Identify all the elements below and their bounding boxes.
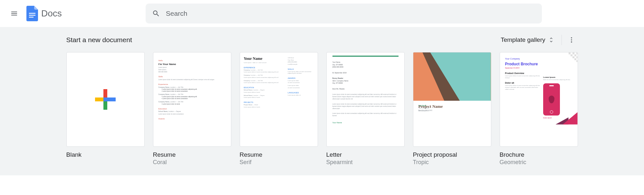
divider bbox=[562, 35, 562, 45]
more-options-button[interactable] bbox=[565, 33, 578, 46]
template-title: Brochure bbox=[500, 151, 578, 158]
template-gallery-label: Template gallery bbox=[501, 36, 545, 43]
svg-rect-8 bbox=[95, 98, 103, 101]
search-input[interactable] bbox=[166, 10, 535, 17]
templates-header: Start a new document Template gallery bbox=[66, 33, 578, 46]
template-subtitle: Tropic bbox=[413, 159, 491, 166]
template-thumb: Hello I'm Your Name Lorem ipsum lorem ip… bbox=[153, 52, 231, 147]
template-title: Letter bbox=[326, 151, 405, 158]
svg-point-5 bbox=[571, 42, 572, 43]
hamburger-icon bbox=[10, 10, 18, 17]
template-thumb: Your NameCity, ST 00000(000) 000-0000 01… bbox=[326, 52, 405, 147]
template-card-letter-spearmint[interactable]: Your NameCity, ST 00000(000) 000-0000 01… bbox=[326, 52, 405, 166]
svg-rect-9 bbox=[107, 98, 116, 101]
more-vert-icon bbox=[568, 36, 575, 43]
svg-point-4 bbox=[571, 39, 572, 41]
template-thumb: Your Name Lorem ipsum · dolor sit · amet… bbox=[240, 52, 318, 147]
gallery-controls: Template gallery bbox=[497, 33, 578, 46]
template-gallery-button[interactable]: Template gallery bbox=[497, 34, 558, 46]
template-cards-row: Blank Hello I'm Your Name Lorem ipsum lo… bbox=[66, 52, 578, 166]
svg-rect-10 bbox=[103, 98, 107, 101]
app-logo-wrap[interactable]: Docs bbox=[24, 6, 62, 21]
template-title: Blank bbox=[66, 151, 145, 158]
search-icon bbox=[152, 9, 160, 18]
svg-rect-6 bbox=[103, 89, 107, 98]
template-card-brochure-geometric[interactable]: Your Company Product Brochure September … bbox=[500, 52, 578, 166]
template-subtitle: Serif bbox=[240, 159, 318, 166]
template-subtitle: Geometric bbox=[500, 159, 578, 166]
template-card-resume-serif[interactable]: Your Name Lorem ipsum · dolor sit · amet… bbox=[240, 52, 318, 166]
svg-rect-1 bbox=[29, 15, 35, 16]
app-name: Docs bbox=[41, 8, 62, 19]
docs-logo-icon bbox=[24, 6, 40, 21]
template-card-blank[interactable]: Blank bbox=[66, 52, 145, 166]
template-card-resume-coral[interactable]: Hello I'm Your Name Lorem ipsum lorem ip… bbox=[153, 52, 231, 166]
search-bar[interactable] bbox=[146, 4, 542, 23]
unfold-icon bbox=[548, 37, 554, 43]
template-subtitle: Spearmint bbox=[326, 159, 405, 166]
svg-rect-0 bbox=[29, 13, 35, 14]
svg-rect-7 bbox=[103, 101, 107, 110]
template-title: Resume bbox=[153, 151, 231, 158]
section-title: Start a new document bbox=[66, 36, 132, 44]
main-menu-button[interactable] bbox=[6, 6, 22, 21]
template-card-project-proposal-tropic[interactable]: Project Name 00.00.20XX Your Name Your C… bbox=[413, 52, 491, 166]
template-thumb: Your Company Product Brochure September … bbox=[500, 52, 578, 147]
svg-point-3 bbox=[571, 37, 572, 39]
svg-rect-2 bbox=[29, 17, 34, 18]
templates-section: Start a new document Template gallery bbox=[0, 27, 644, 175]
template-title: Project proposal bbox=[413, 151, 491, 158]
template-title: Resume bbox=[240, 151, 318, 158]
plus-icon bbox=[94, 88, 117, 111]
app-header: Docs bbox=[0, 0, 644, 27]
template-subtitle: Coral bbox=[153, 159, 231, 166]
template-thumb: Project Name 00.00.20XX Your Name Your C… bbox=[413, 52, 491, 147]
template-thumb bbox=[66, 52, 145, 147]
